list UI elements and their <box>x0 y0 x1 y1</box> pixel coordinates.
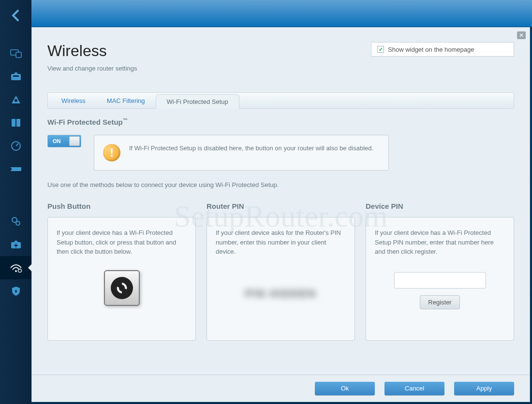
svg-line-9 <box>16 144 18 146</box>
router-pin-value: PIN HIDDEN <box>245 286 316 302</box>
svg-rect-19 <box>15 291 16 293</box>
sidebar-item-apps[interactable] <box>0 65 31 88</box>
wps-toggle[interactable]: ON <box>47 135 81 147</box>
warning-icon: ! <box>103 144 120 161</box>
svg-rect-11 <box>10 168 12 170</box>
tab-wireless[interactable]: Wireless <box>51 94 96 108</box>
svg-point-5 <box>15 99 17 102</box>
svg-point-17 <box>18 269 21 273</box>
svg-rect-7 <box>16 119 20 127</box>
tab-bar: Wireless MAC Filtering Wi-Fi Protected S… <box>47 92 514 109</box>
info-text: If Wi-Fi Protected Setup is disabled her… <box>129 144 373 153</box>
push-button-box: If your client device has a Wi-Fi Protec… <box>47 217 196 341</box>
sidebar-item-security[interactable] <box>0 279 31 303</box>
svg-rect-6 <box>12 119 15 127</box>
check-icon: ✓ <box>377 46 384 53</box>
page-title: Wireless <box>47 42 137 60</box>
svg-rect-10 <box>11 167 21 171</box>
svg-rect-4 <box>13 75 19 77</box>
device-pin-box: If your client device has a Wi-Fi Protec… <box>366 217 514 341</box>
tab-wps[interactable]: Wi-Fi Protected Setup <box>156 94 239 109</box>
apply-button[interactable]: Apply <box>454 382 514 395</box>
sidebar-item-speed[interactable] <box>0 134 31 158</box>
push-button-title: Push Button <box>47 202 196 210</box>
svg-rect-3 <box>15 72 17 74</box>
router-pin-box: If your client device asks for the Route… <box>207 217 355 341</box>
register-button[interactable]: Register <box>420 295 459 309</box>
footer-bar: Ok Cancel Apply <box>32 375 530 402</box>
tab-mac-filtering[interactable]: MAC Filtering <box>96 94 156 108</box>
svg-rect-15 <box>15 241 17 243</box>
sidebar-item-media[interactable] <box>0 111 31 134</box>
sidebar-item-devices[interactable] <box>0 42 31 65</box>
cancel-button[interactable]: Cancel <box>384 382 444 395</box>
sidebar-item-parental[interactable] <box>0 88 31 111</box>
toggle-knob <box>69 136 80 146</box>
device-pin-input[interactable] <box>394 272 486 289</box>
show-widget-checkbox[interactable]: ✓ Show widget on the homepage <box>371 42 514 57</box>
top-header <box>0 0 532 27</box>
ok-button[interactable]: Ok <box>315 382 375 395</box>
svg-rect-1 <box>16 52 21 58</box>
page-subtitle: View and change router settings <box>47 65 137 72</box>
svg-point-16 <box>15 270 17 272</box>
wps-push-button[interactable] <box>104 270 140 306</box>
main-panel: ✕ Wireless View and change router settin… <box>31 27 530 402</box>
svg-point-13 <box>16 221 20 225</box>
push-button-text: If your client device has a Wi-Fi Protec… <box>57 228 187 257</box>
info-callout: ! If Wi-Fi Protected Setup is disabled h… <box>94 135 389 171</box>
back-icon[interactable] <box>9 9 23 22</box>
section-title: Wi-Fi Protected Setup™ <box>47 117 514 126</box>
device-pin-title: Device PIN <box>366 202 514 210</box>
show-widget-label: Show widget on the homepage <box>388 46 474 53</box>
sidebar-item-usb[interactable] <box>0 158 31 181</box>
wps-arrows-icon <box>111 277 133 299</box>
router-pin-text: If your client device asks for the Route… <box>216 228 346 257</box>
sidebar <box>0 0 31 404</box>
sidebar-item-troubleshoot[interactable] <box>0 233 31 256</box>
svg-rect-2 <box>11 74 21 80</box>
router-pin-title: Router PIN <box>207 202 355 210</box>
sidebar-item-wireless[interactable] <box>0 256 31 279</box>
device-pin-text: If your client device has a Wi-Fi Protec… <box>375 228 505 257</box>
toggle-label: ON <box>53 138 61 144</box>
instruction-text: Use one of the methods below to connect … <box>47 181 514 188</box>
sidebar-item-settings[interactable] <box>0 210 31 233</box>
close-icon[interactable]: ✕ <box>517 31 526 39</box>
